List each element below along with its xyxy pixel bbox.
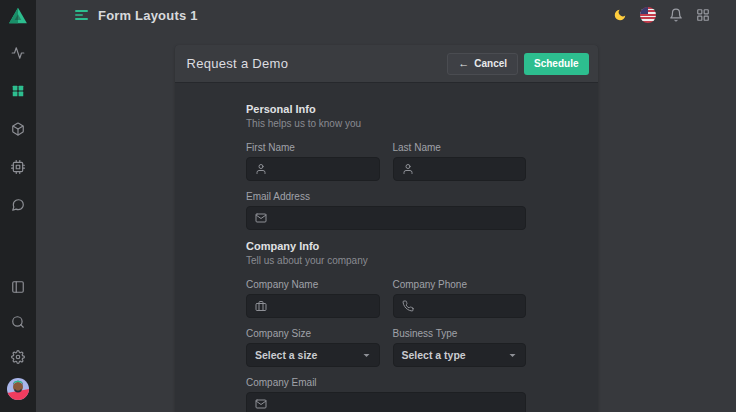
section-personal-info: Personal Info This helps us to know you … <box>246 103 526 230</box>
first-name-text-input[interactable] <box>273 163 371 175</box>
sidebar-item-settings[interactable] <box>0 339 36 374</box>
app-logo[interactable] <box>0 0 36 30</box>
user-avatar[interactable] <box>0 374 36 404</box>
app-grid-button[interactable] <box>696 8 710 22</box>
company-phone-field: Company Phone <box>393 279 527 318</box>
cube-icon <box>11 122 25 136</box>
company-email-text-input[interactable] <box>273 398 517 410</box>
sidebar-item-cube[interactable] <box>0 110 36 148</box>
company-phone-label: Company Phone <box>393 279 527 290</box>
language-selector-button[interactable] <box>640 7 656 23</box>
company-name-label: Company Name <box>246 279 380 290</box>
avatar-image <box>7 378 29 400</box>
email-field: Email Address <box>246 191 526 230</box>
schedule-button[interactable]: Schedule <box>524 53 588 75</box>
sidebar-item-chat[interactable] <box>0 186 36 224</box>
email-icon <box>255 212 267 224</box>
sidebar-item-cpu[interactable] <box>0 148 36 186</box>
phone-icon <box>402 300 414 312</box>
section-heading: Personal Info <box>246 103 526 115</box>
email-row: Email Address <box>246 191 526 230</box>
app-root: Form Layouts 1 Request a Demo <box>0 0 736 412</box>
company-phone-text-input[interactable] <box>420 300 518 312</box>
chevron-down-icon <box>362 351 371 360</box>
company-size-select[interactable]: Select a size <box>246 343 380 367</box>
section-subheading: This helps us to know you <box>246 118 526 129</box>
email-input[interactable] <box>246 206 526 230</box>
company-email-input[interactable] <box>246 392 526 412</box>
first-name-field: First Name <box>246 142 380 181</box>
business-type-select[interactable]: Select a type <box>393 343 527 367</box>
us-flag-icon <box>640 7 656 23</box>
sidebar-item-activity[interactable] <box>0 34 36 72</box>
first-name-input[interactable] <box>246 157 380 181</box>
sidebar-nav-top <box>0 34 36 224</box>
triangle-logo-icon <box>8 7 28 24</box>
company-size-selected-value: Select a size <box>255 349 317 361</box>
cpu-icon <box>11 160 25 174</box>
company-name-input[interactable] <box>246 294 380 318</box>
company-name-field: Company Name <box>246 279 380 318</box>
card-header: Request a Demo ← Cancel Schedule <box>175 45 598 83</box>
header-actions <box>613 7 710 23</box>
chevron-down-icon <box>508 351 517 360</box>
moon-icon <box>613 8 627 22</box>
company-email-label: Company Email <box>246 377 526 388</box>
arrow-left-icon: ← <box>458 58 469 69</box>
email-icon <box>255 398 267 410</box>
content-area: Request a Demo ← Cancel Schedule <box>36 30 736 412</box>
business-type-label: Business Type <box>393 328 527 339</box>
email-text-input[interactable] <box>273 212 517 224</box>
company-size-label: Company Size <box>246 328 380 339</box>
section-heading: Company Info <box>246 240 526 252</box>
business-type-field: Business Type Select a type <box>393 328 527 367</box>
company-size-field: Company Size Select a size <box>246 328 380 367</box>
person-icon <box>255 163 267 175</box>
first-name-label: First Name <box>246 142 380 153</box>
bell-icon <box>669 8 683 22</box>
last-name-input[interactable] <box>393 157 527 181</box>
company-name-text-input[interactable] <box>273 300 371 312</box>
last-name-field: Last Name <box>393 142 527 181</box>
last-name-text-input[interactable] <box>420 163 518 175</box>
business-type-selected-value: Select a type <box>402 349 466 361</box>
settings-gear-icon <box>11 350 25 364</box>
schedule-button-label: Schedule <box>534 58 578 69</box>
card-actions: ← Cancel Schedule <box>447 53 588 75</box>
notifications-button[interactable] <box>669 8 683 22</box>
search-icon <box>11 315 25 329</box>
company-name-phone-row: Company Name Company Phone <box>246 279 526 318</box>
section-subheading: Tell us about your company <box>246 255 526 266</box>
sidebar-item-layout[interactable] <box>0 269 36 304</box>
card-body: Personal Info This helps us to know you … <box>175 83 598 412</box>
chat-icon <box>11 198 25 212</box>
sidebar-item-grid[interactable] <box>0 72 36 110</box>
activity-icon <box>11 46 25 60</box>
email-label: Email Address <box>246 191 526 202</box>
briefcase-icon <box>255 300 267 312</box>
top-header: Form Layouts 1 <box>36 0 736 30</box>
demo-request-form: Personal Info This helps us to know you … <box>246 103 526 412</box>
menu-toggle-button[interactable] <box>73 8 90 22</box>
name-row: First Name Last Name <box>246 142 526 181</box>
menu-icon <box>75 10 88 12</box>
size-type-row: Company Size Select a size Business Type <box>246 328 526 367</box>
sidebar <box>0 0 36 412</box>
page-title: Form Layouts 1 <box>98 8 198 23</box>
main-column: Form Layouts 1 Request a Demo <box>36 0 736 412</box>
grid-icon <box>11 84 25 98</box>
company-phone-input[interactable] <box>393 294 527 318</box>
sidebar-item-search[interactable] <box>0 304 36 339</box>
request-demo-card: Request a Demo ← Cancel Schedule <box>175 45 598 412</box>
company-email-field: Company Email <box>246 377 526 412</box>
company-email-row: Company Email <box>246 377 526 412</box>
card-title: Request a Demo <box>187 56 289 71</box>
theme-toggle-button[interactable] <box>613 8 627 22</box>
sidebar-nav-bottom <box>0 269 36 412</box>
cancel-button-label: Cancel <box>474 58 507 69</box>
cancel-button[interactable]: ← Cancel <box>447 53 518 75</box>
last-name-label: Last Name <box>393 142 527 153</box>
person-icon <box>402 163 414 175</box>
app-grid-icon <box>696 8 710 22</box>
section-company-info: Company Info Tell us about your company … <box>246 240 526 412</box>
